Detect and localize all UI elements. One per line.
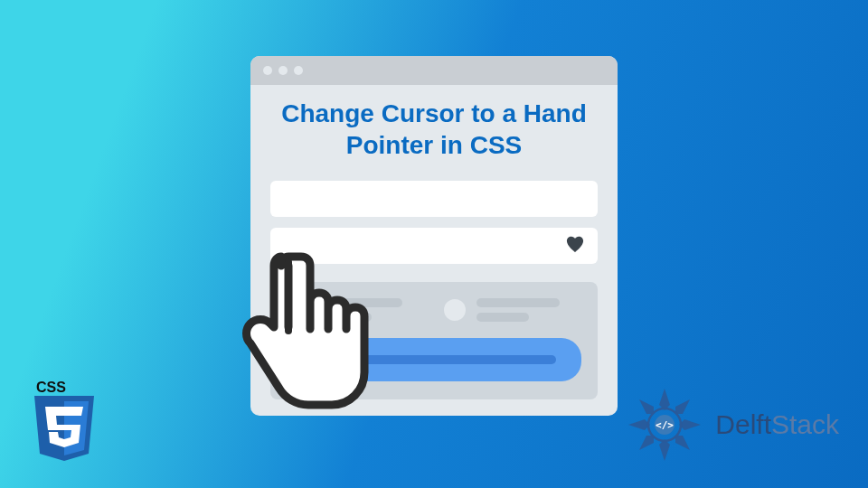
placeholder-bars (476, 298, 581, 322)
brand-delftstack: </> DelftStack (623, 383, 839, 466)
css3-badge: CSS (29, 378, 99, 468)
radio-unselected[interactable] (444, 299, 466, 321)
mock-browser-window: Change Cursor to a Hand Pointer in CSS (250, 56, 618, 416)
hand-pointer-icon (234, 246, 379, 427)
headline-text: Change Cursor to a Hand Pointer in CSS (250, 85, 618, 170)
heart-icon (565, 235, 585, 257)
placeholder-bar (476, 313, 529, 322)
window-dot (278, 66, 288, 75)
window-dot (294, 66, 303, 75)
brand-text: DelftStack (715, 409, 839, 440)
window-titlebar (250, 56, 618, 85)
text-field (270, 181, 598, 217)
css-label-text: CSS (36, 380, 66, 395)
svg-text:</>: </> (656, 419, 674, 431)
brand-part2: Stack (771, 409, 839, 439)
window-dot (263, 66, 272, 75)
brand-part1: Delft (715, 409, 771, 439)
radio-option-2 (444, 298, 581, 322)
mandala-icon: </> (623, 383, 706, 466)
placeholder-bar (476, 298, 560, 307)
